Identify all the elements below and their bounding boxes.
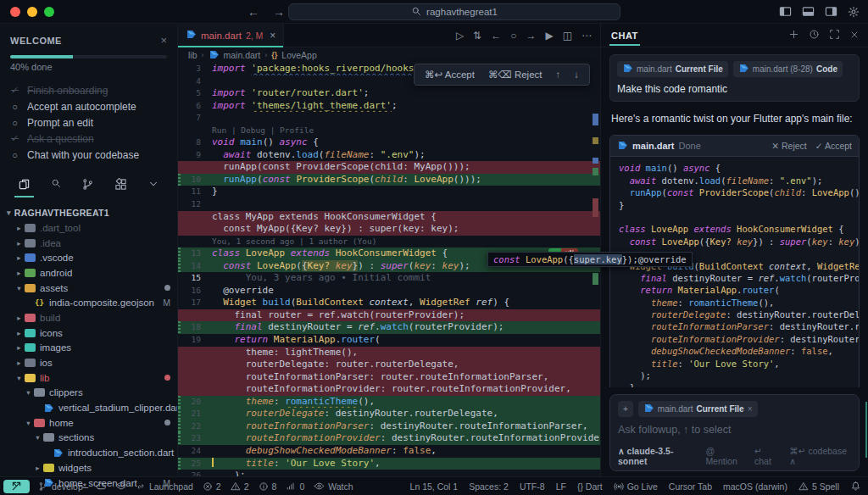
chevron-down-icon[interactable] (147, 178, 159, 197)
reject-all-button[interactable]: ⌘⌫ Reject (488, 69, 542, 81)
folder--idea[interactable]: ▸.idea (0, 236, 177, 251)
new-chat-icon[interactable] (788, 28, 799, 43)
accept-all-button[interactable]: ⌘↩ Accept (425, 69, 475, 81)
status-cursor-tab[interactable]: Cursor Tab (669, 481, 712, 492)
folder-android[interactable]: ▸android (0, 265, 177, 281)
status-warn[interactable]: 5 Spell (798, 481, 839, 492)
folder-widgets[interactable]: ▸widgets (0, 460, 177, 476)
extensions-icon[interactable] (114, 178, 127, 197)
toggle-right-panel-icon[interactable] (825, 5, 837, 18)
chat-history[interactable]: main.dartCurrent Filemain.dart (8-28)Cod… (601, 47, 868, 387)
submit-chat-button[interactable]: ↵ chat (754, 446, 779, 466)
zoom-window-button[interactable] (44, 7, 54, 17)
added-code-line[interactable]: 20 theme: romanticTheme(), (178, 396, 600, 409)
file-introduction-section-dart[interactable]: introduction_section.dart (0, 445, 177, 460)
deleted-code-line[interactable]: theme: lightTheme(), (178, 347, 600, 359)
folder-build[interactable]: ▸build (0, 310, 177, 325)
file-home-screen-dart[interactable]: home_screen.dartM (0, 476, 177, 491)
submit-codebase-button[interactable]: ⌘↵ codebase ∧ (789, 446, 851, 466)
code-line[interactable]: 6import 'themes/light_theme.dart'; (178, 100, 600, 113)
added-code-line[interactable]: 18 final destinyRouter = ref.watch(route… (178, 321, 600, 334)
context-chip[interactable]: main.dart Current File × (638, 401, 758, 417)
deleted-code-line[interactable]: routeInformationProvider: router.routeIn… (178, 383, 600, 396)
deleted-code-line[interactable]: const MyApp({Key? key}) : super(key: key… (178, 223, 600, 236)
code-line[interactable]: 11} (178, 186, 600, 198)
deleted-code-line[interactable]: routerDelegate: router.routerDelegate, (178, 359, 600, 371)
reject-code-button[interactable]: ✕ Reject (771, 141, 806, 151)
welcome-close-icon[interactable]: × (160, 34, 167, 47)
run-file-icon[interactable]: ▶ (545, 30, 553, 42)
model-selector[interactable]: ∧ claude-3.5-sonnet (618, 446, 697, 466)
mention-button[interactable]: @ Mention (705, 446, 746, 466)
added-code-line[interactable]: 23 routeInformationProvider: destinyRout… (178, 432, 600, 445)
context-chip[interactable]: main.dartCurrent File (617, 61, 728, 77)
chat-scrollbar[interactable] (865, 402, 867, 458)
code-line[interactable]: 19 return MaterialApp.router( (178, 334, 600, 347)
compare-changes-icon[interactable]: ⇅ (473, 30, 481, 42)
onboarding-item[interactable]: ✓Ask a question (10, 131, 167, 147)
explorer-root[interactable]: ▾ RAGHAVTHEGREAT1 (0, 203, 177, 220)
context-chip[interactable]: main.dart (8-28)Code (733, 61, 843, 77)
folder--dart-tool[interactable]: ▸.dart_tool (0, 220, 177, 236)
tab-main-dart[interactable]: main.dart 2, M × (178, 24, 284, 47)
status-lf[interactable]: LF (556, 481, 566, 492)
status--dart[interactable]: {} Dart (577, 481, 603, 492)
folder-clippers[interactable]: ▾clippers (0, 386, 177, 401)
search-icon[interactable] (51, 178, 61, 197)
folder-sections[interactable]: ▾sections (0, 431, 177, 446)
command-search-input[interactable]: raghavthegreat1 (288, 3, 620, 20)
status-eye[interactable]: Watch (314, 481, 353, 492)
settings-gear-icon[interactable] (848, 6, 860, 18)
folder-lib[interactable]: ▾lib (0, 370, 177, 386)
status-broadcast[interactable]: Go Live (614, 481, 658, 492)
status-bell[interactable] (850, 481, 861, 492)
deleted-code-line[interactable]: final router = ref.watch(routerProvider)… (178, 309, 600, 322)
code-line[interactable]: 15 You, 3 years ago • Initial commit (178, 272, 600, 285)
expand-chat-icon[interactable] (829, 28, 840, 43)
add-context-button[interactable]: + (618, 401, 633, 417)
code-line[interactable]: 7 (178, 112, 600, 125)
change-dot-icon[interactable]: ○ (510, 30, 516, 42)
code-line[interactable]: 17 Widget build(BuildContext context, Wi… (178, 297, 600, 309)
added-code-line[interactable]: 21 routerDelegate: destinyRouter.routerD… (178, 408, 600, 420)
remove-chip-icon[interactable]: × (748, 404, 753, 414)
toggle-left-panel-icon[interactable] (779, 5, 792, 18)
deleted-code-line[interactable]: routeInformationParser: router.routeInfo… (178, 371, 600, 384)
close-window-button[interactable] (10, 7, 20, 17)
blame-row[interactable]: You, 1 second ago | 1 author (You) (178, 236, 600, 248)
status-antenna[interactable]: 0 (286, 481, 304, 492)
prev-diff-arrow-icon[interactable]: ↑ (556, 70, 561, 80)
prev-change-icon[interactable]: ← (491, 30, 501, 42)
code-area[interactable]: 3import 'package:hooks_riverpod/hooks_ri… (178, 63, 600, 476)
status-error[interactable]: 2 (203, 481, 221, 492)
nav-forward-button[interactable]: → (273, 5, 285, 19)
status-macos-darwin-[interactable]: macOS (darwin) (723, 481, 787, 492)
close-chat-icon[interactable] (849, 28, 860, 43)
status-warn[interactable]: 2 (231, 481, 249, 492)
close-tab-icon[interactable]: × (270, 30, 275, 42)
folder-ios[interactable]: ▸ios (0, 355, 177, 370)
file-india-composite-geojson[interactable]: {}india-composite.geojsonM (0, 295, 177, 310)
code-line[interactable]: 12 (178, 198, 600, 211)
code-line[interactable]: 24 debugShowCheckedModeBanner: false, (178, 445, 600, 458)
code-line[interactable]: 16 @override (178, 285, 600, 298)
chat-input[interactable]: + main.dart Current File × Ask followup,… (609, 394, 860, 471)
code-line[interactable]: 8void main() async { (178, 136, 600, 149)
nav-back-button[interactable]: ← (248, 5, 259, 19)
status-spaces-2[interactable]: Spaces: 2 (469, 481, 509, 492)
accept-code-button[interactable]: ✓ Accept (815, 141, 852, 151)
file-vertical-stadium-clipper-dart[interactable]: vertical_stadium_clipper.dart (0, 400, 177, 415)
status-info[interactable]: 8 (259, 481, 277, 492)
folder--vscode[interactable]: ▸.vscode (0, 250, 177, 265)
folder-home[interactable]: ▾home (0, 415, 177, 431)
split-editor-icon[interactable]: ◫ (563, 30, 572, 42)
next-change-icon[interactable]: → (526, 30, 536, 42)
code-line[interactable]: 26 ); (178, 470, 600, 476)
source-control-icon[interactable] (81, 178, 94, 197)
added-code-line[interactable]: 22 routeInformationParser: destinyRouter… (178, 420, 600, 433)
onboarding-item[interactable]: ✓Finish onboarding (10, 82, 167, 98)
folder-images[interactable]: ▸images (0, 341, 177, 356)
added-code-line[interactable]: 25 title: 'Our Love Story', (178, 458, 600, 470)
code-line[interactable]: 5import 'router/router.dart'; (178, 87, 600, 100)
codelens-row[interactable]: Run | Debug | Profile (178, 125, 600, 137)
